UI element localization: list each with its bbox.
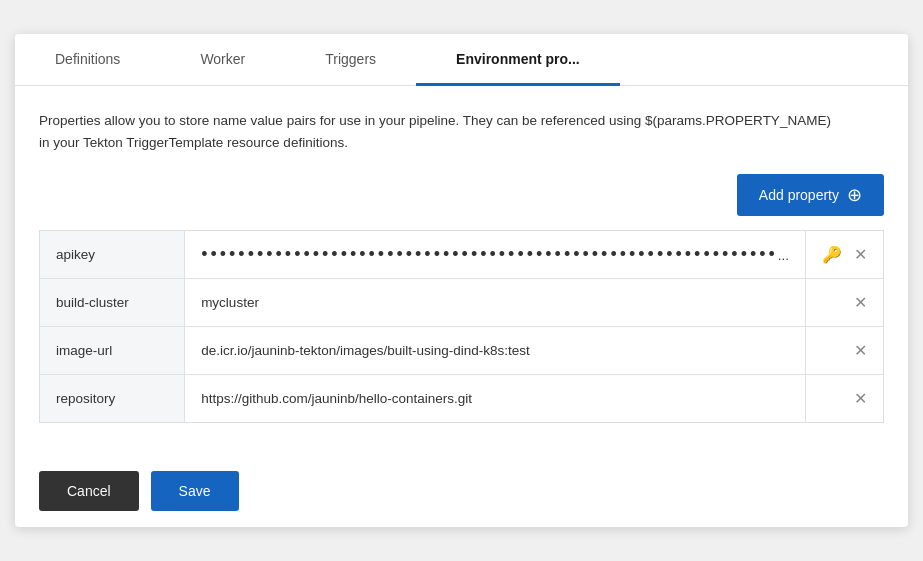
- delete-button-1[interactable]: ✕: [850, 289, 871, 316]
- table-row: image-url de.icr.io/jauninb-tekton/image…: [40, 326, 884, 374]
- modal-container: Definitions Worker Triggers Environment …: [15, 34, 908, 526]
- prop-key-3: repository: [40, 374, 185, 422]
- delete-button-3[interactable]: ✕: [850, 385, 871, 412]
- prop-value-3: https://github.com/jauninb/hello-contain…: [185, 379, 805, 418]
- close-icon-0: ✕: [854, 245, 867, 264]
- prop-actions-1: ✕: [806, 278, 884, 326]
- key-icon-button-0[interactable]: 🔑: [818, 241, 846, 268]
- add-property-button[interactable]: Add property ⊕: [737, 174, 884, 216]
- prop-actions-0: 🔑 ✕: [806, 230, 884, 278]
- description-line2: in your Tekton TriggerTemplate resource …: [39, 135, 348, 150]
- table-row: apikey •••••••••••••••••••••••••••••••••…: [40, 230, 884, 278]
- prop-value-cell-3: https://github.com/jauninb/hello-contain…: [185, 374, 806, 422]
- save-button[interactable]: Save: [151, 471, 239, 511]
- delete-button-2[interactable]: ✕: [850, 337, 871, 364]
- tab-triggers[interactable]: Triggers: [285, 35, 416, 86]
- tab-bar: Definitions Worker Triggers Environment …: [15, 34, 908, 86]
- prop-value-cell-0: ••••••••••••••••••••••••••••••••••••••••…: [185, 230, 806, 278]
- secret-value-0: ••••••••••••••••••••••••••••••••••••••••…: [201, 244, 778, 264]
- table-row: build-cluster mycluster ✕: [40, 278, 884, 326]
- key-icon-0: 🔑: [822, 245, 842, 264]
- prop-value-0: ••••••••••••••••••••••••••••••••••••••••…: [185, 232, 805, 277]
- prop-value-1: mycluster: [185, 283, 805, 322]
- content-area: Properties allow you to store name value…: [15, 86, 908, 450]
- description-text: Properties allow you to store name value…: [39, 110, 884, 153]
- secret-ellipsis: ...: [778, 248, 789, 263]
- description-line1: Properties allow you to store name value…: [39, 113, 831, 128]
- add-property-label: Add property: [759, 187, 839, 203]
- footer-buttons: Cancel Save: [15, 451, 908, 527]
- delete-button-0[interactable]: ✕: [850, 241, 871, 268]
- close-icon-2: ✕: [854, 341, 867, 360]
- prop-key-0: apikey: [40, 230, 185, 278]
- prop-value-2: de.icr.io/jauninb-tekton/images/built-us…: [185, 331, 805, 370]
- prop-value-cell-1: mycluster: [185, 278, 806, 326]
- prop-key-1: build-cluster: [40, 278, 185, 326]
- prop-actions-2: ✕: [806, 326, 884, 374]
- add-circle-icon: ⊕: [847, 186, 862, 204]
- properties-table: apikey •••••••••••••••••••••••••••••••••…: [39, 230, 884, 423]
- close-icon-3: ✕: [854, 389, 867, 408]
- cancel-button[interactable]: Cancel: [39, 471, 139, 511]
- prop-value-cell-2: de.icr.io/jauninb-tekton/images/built-us…: [185, 326, 806, 374]
- prop-key-2: image-url: [40, 326, 185, 374]
- tab-worker[interactable]: Worker: [160, 35, 285, 86]
- tab-env-properties[interactable]: Environment pro...: [416, 35, 620, 86]
- prop-actions-3: ✕: [806, 374, 884, 422]
- table-row: repository https://github.com/jauninb/he…: [40, 374, 884, 422]
- close-icon-1: ✕: [854, 293, 867, 312]
- tab-definitions[interactable]: Definitions: [15, 35, 160, 86]
- add-property-row: Add property ⊕: [39, 174, 884, 216]
